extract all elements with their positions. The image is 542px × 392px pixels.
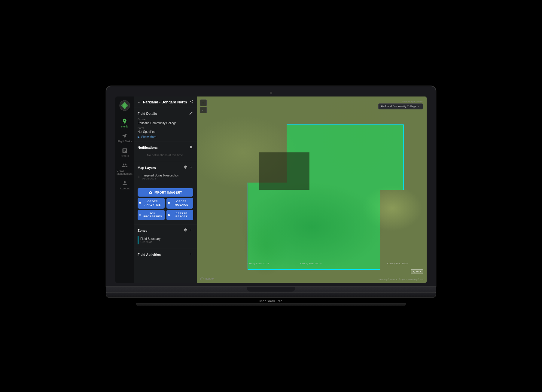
screen: Fields Flight Tasks Orders Grower Manage… [115,96,427,283]
farm-label: Farm [138,127,193,130]
share-button[interactable] [190,100,194,105]
create-report-button[interactable]: CREATE REPORT [166,210,193,221]
field-activities-header: Field Activities [138,252,193,257]
panel-title: Parkland - Bongard North [143,100,188,104]
layer-date: 06-26-2024 [142,177,193,180]
zone-name: Field Boundary [140,237,160,240]
nav-item-grower-management[interactable]: Grower Management [115,160,134,178]
laptop-frame: Fields Flight Tasks Orders Grower Manage… [106,86,436,306]
mapbox-label: mapbox [205,277,214,280]
map-layers-controls [184,165,193,170]
laptop-bottom [106,293,436,298]
map-scale: 1,000 ft [411,269,423,274]
zone-info: Field Boundary 132.75 ac [140,237,160,243]
laptop-base [106,286,436,293]
zone-item-boundary: Field Boundary 132.75 ac [138,235,193,246]
detail-panel: ← Parkland - Bongard North Field Details… [134,96,197,283]
road-label-1: County Road 300 N [248,262,269,265]
sidebar: Fields Flight Tasks Orders Grower Manage… [115,96,134,283]
road-label-2: County Road 300 N [300,262,321,265]
nav-label-account: Account [120,187,130,190]
laptop-notch [247,287,295,292]
map-arrow-left[interactable]: ← [200,107,207,113]
camera [270,92,272,94]
nav-label-grower-management: Grower Management [117,169,133,175]
soil-properties-label: SOIL PROPERTIES [142,212,163,219]
map-container[interactable]: → ← Select Organization Parkland Communi… [197,96,427,283]
zones-add-icon[interactable] [189,228,193,233]
action-buttons-section: IMPORT IMAGERY ORDER ANALYTICS ORDER MOS… [134,185,197,225]
nav-item-fields[interactable]: Fields [115,116,134,130]
nav-label-orders: Orders [120,155,129,158]
map-attribution: Licenses | © Mapbox | © OpenStreetMap | … [377,278,424,280]
grower-value: Parkland Community College [138,121,193,125]
field-details-header: Field Details [138,111,193,116]
field-details-title: Field Details [138,112,157,115]
layer-item: ⠿ Targeted Spray Prescription 06-26-2024 [138,172,193,182]
farm-value: Not Specified [138,130,193,133]
field-details-edit[interactable] [189,111,193,116]
app-logo [119,100,130,111]
map-nav-arrows: → ← [200,100,207,113]
zone-color-bar [138,236,139,244]
order-analytics-button[interactable]: ORDER ANALYTICS [138,198,165,209]
notifications-bell[interactable] [189,145,193,150]
nav-label-fields: Fields [121,125,128,128]
order-mosaics-label: ORDER MOSAICS [171,200,192,207]
import-imagery-button[interactable]: IMPORT IMAGERY [138,188,193,197]
create-report-label: CREATE REPORT [171,212,192,219]
import-imagery-label: IMPORT IMAGERY [154,191,182,194]
zones-stack-icon[interactable] [184,228,188,233]
map-layers-section: Map Layers ⠿ Target [134,162,197,185]
laptop-stand [106,303,436,306]
show-more-link[interactable]: ▶ Show More [138,135,193,139]
map-layers-header: Map Layers [138,165,193,170]
zone-size: 132.75 ac [140,240,160,243]
order-mosaics-button[interactable]: ORDER MOSAICS [166,198,193,209]
soil-properties-button[interactable]: SOIL PROPERTIES [138,210,165,221]
stand-bar [136,303,406,306]
order-buttons-row: ORDER ANALYTICS ORDER MOSAICS [138,198,193,209]
drag-handle-icon[interactable]: ⠿ [138,175,140,179]
field-details-section: Field Details Grower Parkland Community … [134,108,197,142]
layer-info: Targeted Spray Prescription 06-26-2024 [142,174,193,180]
nav-label-flight-tasks: Flight Tasks [117,140,132,143]
select-org-dropdown[interactable]: Select Organization Parkland Community C… [378,100,423,109]
soil-report-buttons-row: SOIL PROPERTIES CREATE REPORT [138,210,193,221]
zones-controls [184,228,193,233]
zones-header: Zones [138,228,193,233]
road-label-3: County Road 300 N [387,262,408,265]
screen-bezel: Fields Flight Tasks Orders Grower Manage… [106,86,436,286]
macbook-label: MacBook Pro [106,298,436,303]
notifications-header: Notifications [138,145,193,150]
field-dark-patch [259,152,309,190]
map-layers-add-icon[interactable] [189,165,193,170]
map-layers-title: Map Layers [138,166,156,170]
nav-item-flight-tasks[interactable]: Flight Tasks [115,130,134,145]
grower-label: Grower [138,118,193,121]
map-layers-stack-icon[interactable] [184,165,188,170]
notifications-section: Notifications No notifications at this t… [134,142,197,162]
layer-name: Targeted Spray Prescription [142,174,193,177]
order-analytics-label: ORDER ANALYTICS [142,200,163,207]
notifications-empty: No notifications at this time. [138,152,193,159]
zones-section: Zones Field Bounda [134,225,197,249]
mapbox-logo: mapbox [200,277,214,280]
map-arrow-right[interactable]: → [200,100,207,106]
select-org-label: Select Organization [378,100,423,103]
field-activities-title: Field Activities [138,253,161,256]
select-org-value[interactable]: Parkland Community College [378,103,423,109]
nav-item-orders[interactable]: Orders [115,145,134,160]
nav-item-account[interactable]: Account [115,178,134,192]
panel-header: ← Parkland - Bongard North [134,96,197,108]
field-activities-section: Field Activities [134,249,197,262]
selected-org-text: Parkland Community College [381,105,416,108]
back-button[interactable]: ← [137,100,141,105]
notifications-title: Notifications [138,146,158,149]
field-activities-add-icon[interactable] [189,252,193,257]
zones-title: Zones [138,229,147,232]
map-background: → ← Select Organization Parkland Communi… [197,96,427,283]
